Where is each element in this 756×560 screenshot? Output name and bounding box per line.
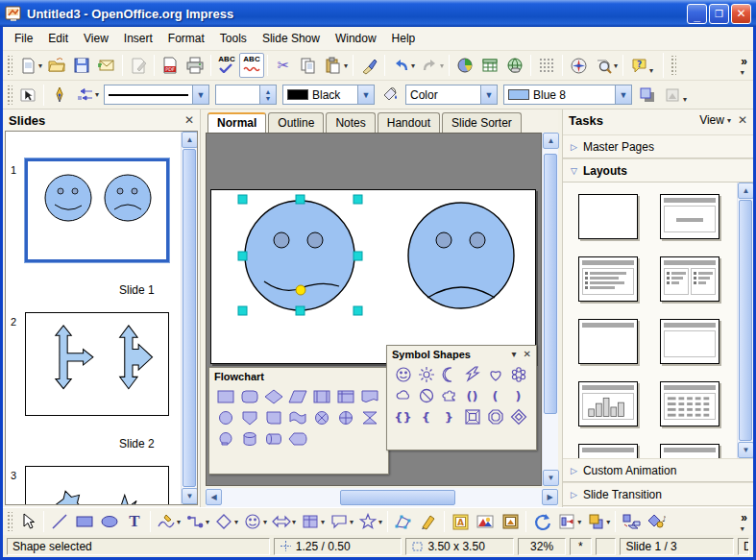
fill-color-select[interactable]: Blue 8 ▼ <box>503 85 632 105</box>
symbol-double-brace-icon[interactable]: {} <box>391 406 415 427</box>
flowchart-predefined-process-icon[interactable] <box>309 386 333 407</box>
scroll-down-icon[interactable]: ▼ <box>543 470 559 486</box>
area-dialog-button[interactable] <box>378 83 402 108</box>
alignment-button[interactable] <box>554 509 579 534</box>
auto-spellcheck-button[interactable]: ABC <box>239 53 264 78</box>
canvas-hscrollbar[interactable]: ◀ ▶ <box>206 488 558 507</box>
open-button[interactable] <box>44 53 69 78</box>
flowchart-alternate-process-icon[interactable] <box>237 386 261 407</box>
fill-color-dropdown-button[interactable]: ▼ <box>615 85 631 104</box>
presentation-toolbar-overflow[interactable]: » ▾ <box>741 55 747 77</box>
section-custom-animation[interactable]: ▷ Custom Animation <box>563 458 753 482</box>
redo-button[interactable] <box>417 53 442 78</box>
layout-title-two-content[interactable] <box>660 256 719 302</box>
flowchart-summing-junction-icon[interactable] <box>309 407 333 428</box>
scroll-up-icon[interactable]: ▲ <box>182 132 198 148</box>
symbol-prohibited-icon[interactable] <box>414 385 438 406</box>
symbol-puzzle-icon[interactable] <box>437 385 461 406</box>
title-bar[interactable]: Untitled3 - OpenOffice.org Impress _ ❐ ✕ <box>0 0 756 27</box>
callouts-tool[interactable] <box>327 509 352 534</box>
format-paintbrush-button[interactable] <box>356 53 381 78</box>
symbol-moon-icon[interactable] <box>437 364 461 385</box>
menu-window[interactable]: Window <box>328 29 384 48</box>
flowchart-punched-tape-icon[interactable] <box>285 407 309 428</box>
menu-edit[interactable]: Edit <box>40 29 76 48</box>
hyperlink-button[interactable] <box>502 53 527 78</box>
stars-tool[interactable] <box>355 509 380 534</box>
flowchart-decision-icon[interactable] <box>261 386 285 407</box>
flowchart-magnetic-disc-icon[interactable] <box>237 428 261 450</box>
scroll-down-icon[interactable]: ▼ <box>182 488 198 504</box>
status-position[interactable]: 1.25 / 0.50 <box>274 538 402 555</box>
palette-close-icon[interactable]: ✕ <box>524 349 531 359</box>
help-button[interactable]: ? <box>626 53 651 78</box>
status-page-style[interactable]: Default <box>738 538 749 555</box>
shadow-button[interactable] <box>635 83 660 108</box>
symbol-smiley-icon[interactable] <box>391 364 415 385</box>
toolbar-grip[interactable] <box>670 56 676 75</box>
symbol-lightning-icon[interactable] <box>460 364 484 385</box>
save-button[interactable] <box>69 53 94 78</box>
section-master-pages[interactable]: ▷ Master Pages <box>563 134 753 158</box>
layouts-scrollbar[interactable]: ▲ ▼ <box>737 183 753 458</box>
slides-scrollbar[interactable]: ▲ ▼ <box>181 132 197 504</box>
layout-partial[interactable] <box>660 444 719 458</box>
layout-title-frame[interactable] <box>660 319 719 364</box>
line-width-spin-buttons[interactable]: ▲▼ <box>259 85 276 104</box>
flowchart-display-icon[interactable] <box>285 428 309 450</box>
symbol-left-brace-icon[interactable]: { <box>414 406 438 427</box>
overflow-dropdown[interactable]: ▾ <box>741 524 744 533</box>
symbol-square-bevel-icon[interactable] <box>460 406 484 427</box>
flowchart-internal-storage-icon[interactable] <box>333 386 357 407</box>
scroll-right-icon[interactable]: ▶ <box>542 489 558 505</box>
status-size[interactable]: 3.50 x 3.50 <box>405 538 514 555</box>
symbol-diamond-bevel-icon[interactable] <box>506 406 530 427</box>
canvas-vscroll-thumb[interactable] <box>544 154 557 414</box>
flowchart-tool[interactable] <box>298 509 323 534</box>
gallery-button[interactable] <box>498 509 523 534</box>
flowchart-sequential-access-icon[interactable] <box>213 428 237 450</box>
tab-notes[interactable]: Notes <box>326 112 375 133</box>
line-style-dropdown-button[interactable]: ▼ <box>192 85 208 104</box>
toolbar-grip[interactable] <box>6 56 12 75</box>
flowchart-or-icon[interactable] <box>333 407 357 428</box>
symbol-left-bracket-icon[interactable]: ( <box>483 385 507 406</box>
symbol-cloud-icon[interactable] <box>391 385 415 406</box>
scroll-down-icon[interactable]: ▼ <box>738 442 753 458</box>
crop-button[interactable] <box>660 83 685 108</box>
spellcheck-button[interactable]: ABC <box>214 53 239 78</box>
email-button[interactable] <box>94 53 119 78</box>
basic-shapes-tool[interactable] <box>211 509 236 534</box>
arrange-button[interactable] <box>583 509 608 534</box>
tab-handout[interactable]: Handout <box>378 112 440 133</box>
flowchart-connector-icon[interactable] <box>213 407 237 428</box>
canvas-hscroll-thumb[interactable] <box>340 490 455 505</box>
interaction-button[interactable]: ♪ <box>644 509 669 534</box>
symbol-shapes-tool[interactable] <box>240 509 265 534</box>
line-style-select[interactable]: ▼ <box>104 85 209 105</box>
paste-button[interactable] <box>321 53 346 78</box>
ellipse-tool[interactable] <box>97 509 122 534</box>
tab-outline[interactable]: Outline <box>268 112 324 133</box>
edit-points-toggle-button[interactable] <box>15 83 40 108</box>
line-dialog-button[interactable] <box>47 83 72 108</box>
flowchart-manual-operation-icon[interactable] <box>261 407 285 428</box>
scroll-up-icon[interactable]: ▲ <box>738 183 753 199</box>
section-layouts[interactable]: ▽ Layouts <box>563 158 753 183</box>
zoom-button[interactable] <box>591 53 616 78</box>
slide-thumbnail-1[interactable] <box>25 158 169 262</box>
cut-button[interactable]: ✂ <box>271 53 296 78</box>
select-tool[interactable] <box>15 509 40 534</box>
layout-blank[interactable] <box>578 194 638 239</box>
layouts-scroll-thumb[interactable] <box>739 200 752 441</box>
tab-slide-sorter[interactable]: Slide Sorter <box>442 112 522 133</box>
block-arrows-tool[interactable] <box>269 509 294 534</box>
fontwork-button[interactable]: A <box>448 509 473 534</box>
line-width-spinner[interactable]: ▲▼ <box>215 85 277 105</box>
menu-insert[interactable]: Insert <box>116 29 160 48</box>
close-button[interactable]: ✕ <box>731 4 751 24</box>
menu-tools[interactable]: Tools <box>212 29 255 48</box>
scroll-up-icon[interactable]: ▲ <box>543 133 559 149</box>
connector-tool[interactable] <box>183 509 207 534</box>
chart-button[interactable] <box>452 53 477 78</box>
